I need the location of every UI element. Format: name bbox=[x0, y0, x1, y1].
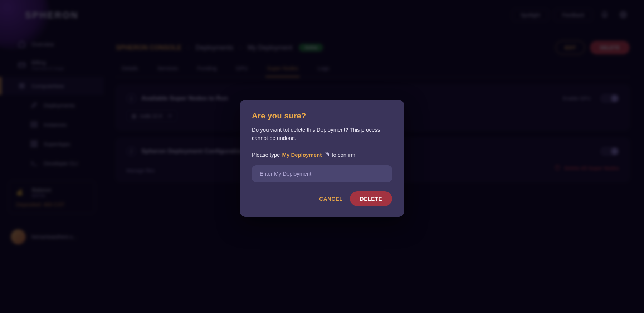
modal-confirm-line: Please type My Deployment to confirm. bbox=[252, 151, 392, 158]
confirm-keyword: My Deployment bbox=[282, 152, 322, 158]
confirm-input[interactable] bbox=[252, 165, 392, 182]
confirm-delete-modal: Are you sure? Do you want tot delete thi… bbox=[240, 100, 404, 217]
modal-body: Do you want tot delete this Deployment? … bbox=[252, 126, 392, 142]
copy-icon[interactable] bbox=[324, 151, 330, 158]
confirm-suffix: to confirm. bbox=[332, 152, 357, 158]
cancel-button[interactable]: CANCEL bbox=[319, 196, 343, 202]
confirm-prefix: Please type bbox=[252, 152, 280, 158]
modal-title: Are you sure? bbox=[252, 111, 392, 121]
modal-overlay[interactable]: Are you sure? Do you want tot delete thi… bbox=[0, 0, 644, 313]
confirm-delete-button[interactable]: DELETE bbox=[350, 191, 392, 206]
modal-actions: CANCEL DELETE bbox=[252, 191, 392, 206]
